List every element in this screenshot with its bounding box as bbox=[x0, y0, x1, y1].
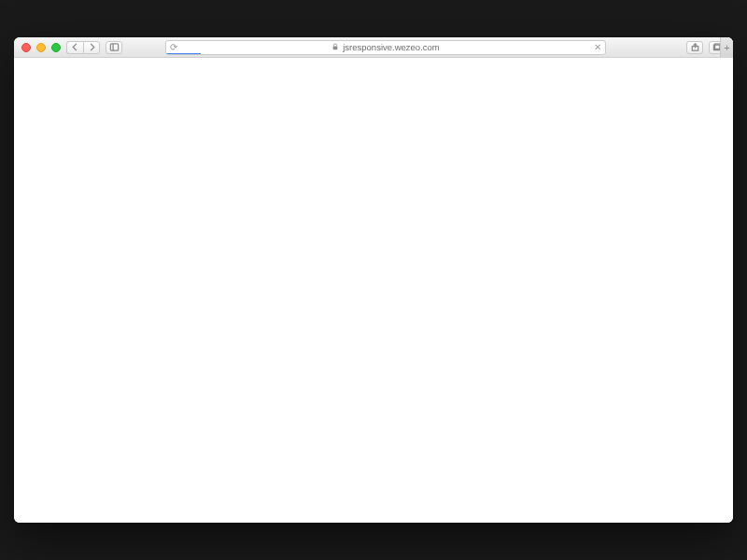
stop-load-button[interactable]: ✕ bbox=[594, 42, 601, 52]
new-tab-button[interactable]: + bbox=[720, 37, 733, 58]
address-url: jsresponsive.wezeo.com bbox=[343, 42, 440, 52]
page-viewport bbox=[14, 58, 733, 523]
address-bar[interactable]: ⟳ jsresponsive.wezeo.com ✕ bbox=[165, 40, 606, 55]
plus-icon: + bbox=[724, 42, 729, 53]
back-forward-group bbox=[66, 41, 100, 54]
page-load-progress bbox=[165, 53, 201, 55]
sidebar-icon bbox=[109, 42, 120, 52]
chevron-right-icon bbox=[87, 42, 97, 52]
back-button[interactable] bbox=[66, 41, 83, 54]
window-controls bbox=[21, 43, 61, 52]
forward-button[interactable] bbox=[83, 41, 100, 54]
lock-icon bbox=[331, 43, 339, 52]
svg-rect-0 bbox=[110, 44, 118, 50]
chevron-left-icon bbox=[70, 42, 80, 52]
close-window-button[interactable] bbox=[21, 43, 31, 52]
sidebar-toggle-button[interactable] bbox=[106, 41, 122, 54]
share-icon bbox=[690, 42, 700, 52]
svg-rect-2 bbox=[333, 46, 338, 49]
share-button[interactable] bbox=[686, 41, 703, 54]
zoom-window-button[interactable] bbox=[51, 43, 61, 52]
reload-icon: ⟳ bbox=[170, 42, 177, 52]
browser-toolbar: ⟳ jsresponsive.wezeo.com ✕ bbox=[14, 37, 733, 58]
browser-window: ⟳ jsresponsive.wezeo.com ✕ bbox=[14, 37, 733, 523]
minimize-window-button[interactable] bbox=[36, 43, 46, 52]
